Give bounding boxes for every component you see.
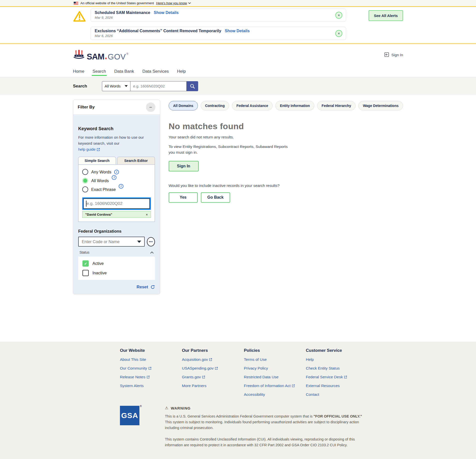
footer-link-acquisition-gov[interactable]: Acquisition.gov (182, 357, 244, 362)
banner-text: An official website of the United States… (80, 1, 154, 5)
combobox-arrow-icon (137, 241, 141, 243)
footer-column-heading: Our Partners (182, 348, 244, 353)
footer-link-usaspending-gov[interactable]: USASpending.gov (182, 366, 244, 371)
external-link-icon (148, 367, 151, 370)
go-back-button[interactable]: Go Back (201, 192, 230, 203)
federal-organizations-combobox[interactable]: Enter Code or Name (78, 237, 145, 247)
checkbox-active[interactable]: ✓ (82, 260, 89, 267)
info-icon[interactable]: i (119, 184, 123, 189)
footer-link-help[interactable]: Help (306, 357, 368, 362)
footer-column-our-website: Our Website About This Site Our Communit… (120, 348, 182, 397)
help-guide-link[interactable]: help guide (78, 146, 100, 152)
radio-exact-phrase[interactable] (82, 186, 88, 192)
footer-link-terms-of-use[interactable]: Terms of Use (244, 357, 306, 362)
footer-column-customer-service: Customer Service Help Check Entity Statu… (306, 348, 368, 397)
alert-card-maintenance: Scheduled SAM MaintenanceShow Details Ma… (90, 8, 346, 22)
alert-list: Scheduled SAM MaintenanceShow Details Ma… (90, 8, 346, 40)
us-flag-icon (74, 2, 78, 5)
alert-date: Mar 9, 2026 (95, 16, 332, 19)
footer-link-check-entity-status[interactable]: Check Entity Status (306, 366, 368, 371)
federal-organizations-heading: Federal Organizations (78, 229, 155, 234)
alert-close-icon[interactable]: × (335, 12, 342, 19)
filter-panel-header: Filter By − (73, 100, 160, 115)
alert-title: Scheduled SAM Maintenance (95, 10, 150, 15)
simple-search-content: Any Words i All Words i Exact Phrase i (78, 164, 155, 222)
domain-tabs: All Domains Contracting Federal Assistan… (169, 101, 403, 110)
alert-close-icon[interactable]: × (335, 30, 342, 37)
search-results-area: All Domains Contracting Federal Assistan… (169, 100, 403, 203)
nav-item-data-bank[interactable]: Data Bank (114, 66, 134, 77)
domain-tab-entity-information[interactable]: Entity Information (275, 101, 314, 110)
federal-organizations-placeholder: Enter Code or Name (82, 239, 119, 244)
tab-simple-search[interactable]: Simple Search (78, 157, 116, 164)
nav-item-search[interactable]: Search (92, 66, 106, 77)
site-footer: Our Website About This Site Our Communit… (0, 342, 476, 459)
nav-item-data-services[interactable]: Data Services (142, 66, 169, 77)
footer-link-privacy-policy[interactable]: Privacy Policy (244, 366, 306, 371)
footer-link-more-partners[interactable]: More Partners (182, 384, 244, 388)
logo-gov-text: GOV (108, 53, 126, 61)
checkbox-inactive[interactable] (82, 270, 89, 276)
footer-link-external-resources[interactable]: External Resources (306, 384, 368, 388)
chevron-down-icon (188, 2, 191, 4)
external-link-icon (147, 376, 150, 379)
see-all-alerts-button[interactable]: See All Alerts (369, 10, 403, 21)
keyword-info-text: For more information on how to use our k… (78, 134, 155, 152)
radio-any-words-label: Any Words (91, 170, 111, 174)
footer-column-heading: Policies (244, 348, 306, 353)
filter-panel-body: Keyword Search For more information on h… (73, 115, 160, 294)
tab-search-editor[interactable]: Search Editor (117, 157, 155, 164)
domain-tab-wage-determinations[interactable]: Wage Determinations (358, 101, 403, 110)
filter-by-title: Filter By (78, 105, 95, 110)
external-link-icon (344, 376, 347, 379)
info-icon[interactable]: i (114, 170, 119, 174)
status-label: Status (79, 250, 89, 254)
keyword-search-tabs: Simple Search Search Editor (78, 157, 155, 164)
header-sign-in-link[interactable]: Sign In (384, 52, 403, 58)
include-inactive-question: Would you like to include inactive recor… (169, 183, 403, 188)
no-results-message: Your search did not return any results. (169, 135, 403, 139)
reset-filters-link[interactable]: Reset (136, 285, 148, 290)
sign-in-button[interactable]: Sign In (169, 161, 199, 171)
footer-link-federal-service-desk[interactable]: Federal Service Desk (306, 375, 368, 379)
magnifier-icon (190, 83, 195, 89)
radio-all-words[interactable] (82, 178, 88, 184)
footer-link-our-community[interactable]: Our Community (120, 366, 182, 371)
footer-link-about-this-site[interactable]: About This Site (120, 357, 182, 362)
footer-link-accessibility[interactable]: Accessibility (244, 392, 306, 397)
keyword-search-input[interactable]: e.g. 1606N020Q02 (83, 198, 150, 209)
nav-item-help[interactable]: Help (177, 66, 186, 77)
chip-remove-icon[interactable]: × (146, 213, 148, 217)
collapse-filters-button[interactable]: − (146, 102, 155, 112)
alert-show-details-link[interactable]: Show Details (154, 10, 179, 15)
domain-tab-contracting[interactable]: Contracting (201, 101, 229, 110)
warning-paragraph-2: This system contains Controlled Unclassi… (165, 437, 364, 448)
top-search-input[interactable] (130, 81, 187, 91)
footer-link-contact[interactable]: Contact (306, 392, 368, 397)
footer-link-release-notes[interactable]: Release Notes (120, 375, 182, 379)
search-submit-button[interactable] (187, 81, 198, 91)
footer-link-restricted-data-use[interactable]: Restricted Data Use (244, 375, 306, 379)
footer-link-grants-gov[interactable]: Grants.gov (182, 375, 244, 379)
info-icon[interactable]: i (112, 175, 116, 180)
search-mode-select[interactable]: All Words (102, 81, 130, 91)
more-options-button[interactable]: ••• (147, 237, 155, 246)
nav-item-home[interactable]: Home (73, 66, 84, 77)
reset-refresh-icon[interactable] (150, 285, 155, 289)
domain-tab-all-domains[interactable]: All Domains (169, 101, 198, 110)
footer-column-heading: Our Website (120, 348, 182, 353)
radio-any-words[interactable] (82, 169, 88, 175)
alert-title: Exclusions “Additional Comments” Content… (95, 29, 221, 33)
footer-link-foia[interactable]: Freedom of Information Act (244, 384, 306, 388)
collapse-status-button[interactable] (150, 251, 154, 254)
select-arrow-icon (125, 85, 128, 87)
domain-tab-federal-assistance[interactable]: Federal Assistance (232, 101, 273, 110)
yes-button[interactable]: Yes (169, 192, 198, 203)
alert-show-details-link[interactable]: Show Details (225, 29, 250, 33)
external-link-icon (215, 367, 218, 370)
banner-how-you-know-link[interactable]: Here's how you know (156, 1, 191, 5)
footer-link-system-alerts[interactable]: System Alerts (120, 384, 182, 388)
domain-tab-federal-hierarchy[interactable]: Federal Hierarchy (317, 101, 356, 110)
sam-gov-logo[interactable]: SAM ★ GOV ® (73, 49, 128, 61)
search-band-label: Search (73, 84, 87, 89)
